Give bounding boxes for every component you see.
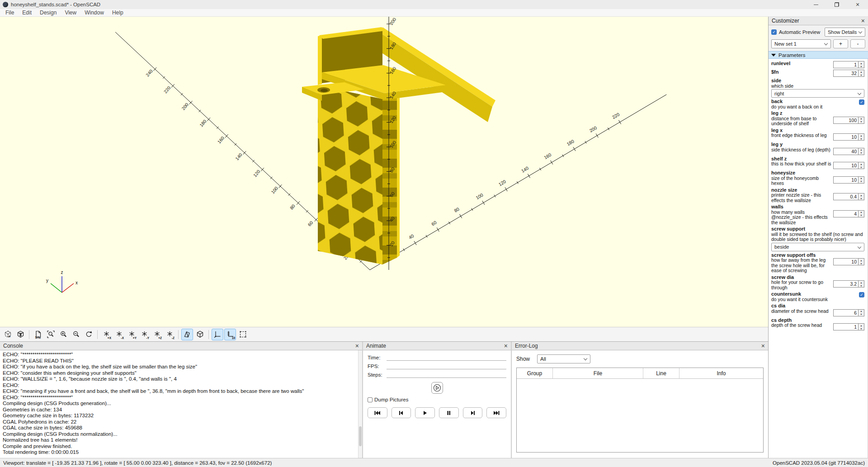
spin-up-icon[interactable]: ▲	[859, 148, 864, 151]
pause-button[interactable]	[439, 407, 459, 418]
spin-up-icon[interactable]: ▲	[859, 70, 864, 73]
view-bottom-button[interactable]: -Z	[164, 329, 175, 340]
param-cs-dia-input[interactable]: 6▲▼	[833, 309, 864, 316]
menu-help[interactable]: Help	[108, 9, 127, 16]
remove-preset-button[interactable]: -	[850, 39, 865, 48]
param-shelf-z-input[interactable]: 10▲▼	[833, 162, 864, 169]
param-screw-support-select[interactable]: beside	[771, 243, 864, 251]
param-leg-z-input[interactable]: 100▲▼	[833, 117, 864, 124]
spin-up-icon[interactable]: ▲	[859, 117, 864, 120]
zoom-in-button[interactable]	[57, 329, 69, 340]
param-nozzle-size-input[interactable]: 0.4▲▼	[833, 193, 864, 200]
animate-steps-input[interactable]	[387, 371, 506, 378]
errorlog-filter-select[interactable]: All	[537, 354, 590, 363]
spin-up-icon[interactable]: ▲	[859, 177, 864, 180]
animate-time-input[interactable]	[387, 354, 506, 361]
console-header[interactable]: Console ×	[0, 342, 362, 350]
param-leg-y-input[interactable]: 40▲▼	[833, 148, 864, 155]
play-button[interactable]	[415, 407, 435, 418]
parameters-group-header[interactable]: Parameters	[769, 51, 868, 59]
show-edges-button[interactable]	[237, 329, 249, 340]
spin-down-icon[interactable]: ▼	[859, 214, 864, 217]
view-top-button[interactable]: +Z	[151, 329, 163, 340]
spin-down-icon[interactable]: ▼	[859, 284, 864, 287]
spin-up-icon[interactable]: ▲	[859, 134, 864, 137]
spin-down-icon[interactable]: ▼	[859, 262, 864, 265]
errorlog-table-body[interactable]	[517, 379, 763, 452]
spin-down-icon[interactable]: ▼	[859, 151, 864, 155]
param-side-select[interactable]: right	[771, 89, 864, 98]
spin-up-icon[interactable]: ▲	[859, 281, 864, 284]
close-icon[interactable]: ×	[861, 18, 865, 24]
add-preset-button[interactable]: +	[833, 39, 848, 48]
view-left-button[interactable]: -X	[113, 329, 125, 340]
menu-edit[interactable]: Edit	[18, 9, 36, 16]
errorlog-column-group[interactable]: Group	[517, 368, 553, 378]
menu-file[interactable]: File	[1, 9, 18, 16]
param-walls-input[interactable]: 4▲▼	[833, 210, 864, 217]
view-back-button[interactable]: +Y	[126, 329, 137, 340]
close-icon[interactable]: ×	[761, 343, 765, 349]
dump-pictures-checkbox[interactable]	[368, 397, 373, 402]
param-countersunk-checkbox[interactable]	[859, 292, 864, 297]
menu-view[interactable]: View	[61, 9, 80, 16]
spin-down-icon[interactable]: ▼	[859, 197, 864, 200]
automatic-preview-checkbox[interactable]	[771, 29, 777, 35]
spin-up-icon[interactable]: ▲	[859, 310, 864, 313]
errorlog-column-file[interactable]: File	[553, 368, 643, 378]
menu-window[interactable]: Window	[80, 9, 108, 16]
zoom-all-button[interactable]	[45, 329, 57, 340]
spin-up-icon[interactable]: ▲	[859, 211, 864, 214]
export-stl-button[interactable]: STL	[32, 329, 44, 340]
param-runlevel-input[interactable]: 1▲▼	[833, 61, 864, 68]
reset-view-button[interactable]	[83, 329, 94, 340]
animate-fps-input[interactable]	[387, 363, 506, 369]
menu-design[interactable]: Design	[36, 9, 61, 16]
show-scale-button[interactable]: 10	[224, 329, 236, 340]
minimize-button[interactable]	[806, 0, 826, 9]
view-right-button[interactable]: +X	[100, 329, 112, 340]
spin-down-icon[interactable]: ▼	[859, 180, 864, 183]
step-back-button[interactable]	[392, 407, 411, 418]
spin-up-icon[interactable]: ▲	[859, 162, 864, 165]
console-output[interactable]: ECHO: "************************"ECHO: "P…	[0, 350, 362, 457]
spin-down-icon[interactable]: ▼	[859, 65, 864, 68]
errorlog-column-line[interactable]: Line	[643, 368, 679, 378]
spin-down-icon[interactable]: ▼	[859, 327, 864, 330]
param-cs-depth-input[interactable]: 1▲▼	[833, 323, 864, 330]
step-forward-button[interactable]	[463, 407, 483, 418]
param-screw-dia-input[interactable]: 3.2▲▼	[833, 280, 864, 288]
param-screw-support-offs-input[interactable]: 10▲▼	[833, 258, 864, 265]
console-scrollbar[interactable]	[358, 350, 362, 458]
spin-up-icon[interactable]: ▲	[859, 193, 864, 197]
spin-up-icon[interactable]: ▲	[859, 61, 864, 65]
preset-select[interactable]: New set 1	[771, 39, 831, 48]
details-select[interactable]: Show Details	[825, 28, 865, 37]
spin-down-icon[interactable]: ▼	[859, 73, 864, 76]
close-icon[interactable]: ×	[355, 343, 359, 349]
errorlog-column-info[interactable]: Info	[679, 368, 763, 378]
spin-down-icon[interactable]: ▼	[859, 165, 864, 169]
animate-play-button[interactable]	[431, 382, 443, 394]
spin-up-icon[interactable]: ▲	[859, 324, 864, 327]
zoom-out-button[interactable]	[70, 329, 82, 340]
end-button[interactable]	[486, 407, 506, 418]
scrollbar-thumb[interactable]	[359, 426, 362, 446]
render-button[interactable]	[14, 329, 26, 340]
orthogonal-button[interactable]	[194, 329, 206, 340]
param--fn-input[interactable]: 32▲▼	[833, 70, 864, 77]
animate-header[interactable]: Animate ×	[363, 342, 511, 350]
3d-viewport[interactable]: 2040608010012014016018020022024020406080…	[0, 17, 768, 327]
close-button[interactable]: ×	[847, 0, 868, 9]
customizer-header[interactable]: Customizer ×	[769, 17, 868, 25]
begin-button[interactable]	[368, 407, 387, 418]
preview-button[interactable]: »	[2, 329, 14, 340]
param-honeysize-input[interactable]: 10▲▼	[833, 176, 864, 184]
show-axes-button[interactable]	[212, 329, 223, 340]
view-front-button[interactable]: -Y	[138, 329, 150, 340]
close-icon[interactable]: ×	[504, 343, 508, 349]
maximize-button[interactable]	[826, 0, 847, 9]
param-back-checkbox[interactable]	[859, 99, 864, 105]
spin-down-icon[interactable]: ▼	[859, 137, 864, 140]
errorlog-header[interactable]: Error-Log ×	[512, 342, 768, 350]
